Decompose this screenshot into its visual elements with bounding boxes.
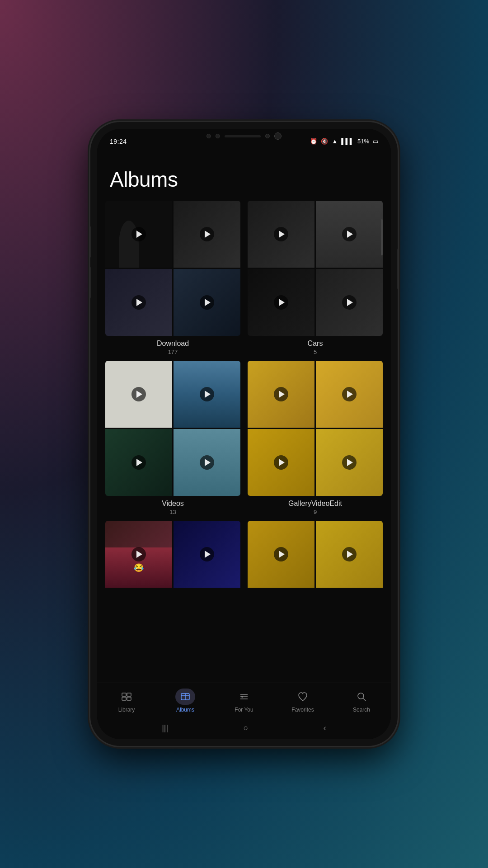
play-btn[interactable] [200,227,214,241]
play-btn[interactable] [131,295,146,310]
vol-down-button[interactable] [90,267,91,298]
album-count-videos: 13 [107,509,239,515]
play-icon [205,231,211,238]
play-btn[interactable] [274,547,288,561]
album-row-2: Videos 13 [105,361,383,517]
time-display: 19:24 [110,138,127,145]
play-btn[interactable] [131,547,146,561]
wifi-icon: ▲ [332,138,338,145]
page-title: Albums [97,154,391,201]
thumb-pl-1: 😂 [105,521,172,588]
play-icon [136,551,142,558]
nav-library[interactable]: Library [97,689,156,713]
play-btn[interactable] [274,227,288,241]
albums-grid[interactable]: Download 177 [97,201,391,683]
alarm-icon: ⏰ [310,138,317,145]
play-btn[interactable] [200,295,214,310]
play-btn[interactable] [200,455,214,470]
status-icons: ⏰ 🔇 ▲ ▌▌▌ 51% ▭ [310,138,378,145]
play-btn[interactable] [342,295,357,310]
battery-icon: ▭ [373,138,378,145]
play-icon [205,459,211,466]
album-count-cars: 5 [249,349,381,355]
screen: 19:24 ⏰ 🔇 ▲ ▌▌▌ 51% ▭ Albums [97,129,391,739]
thumb-videos-2 [174,361,240,428]
power-button[interactable] [397,249,398,289]
play-btn[interactable] [342,455,357,470]
play-btn[interactable] [342,547,357,561]
thumb-cars-3 [248,269,314,336]
nav-albums[interactable]: Albums [156,689,215,713]
thumb-ge-1 [248,361,314,428]
nav-search[interactable]: Search [332,689,391,713]
play-btn[interactable] [200,547,214,561]
thumb-ge-3 [248,429,314,496]
thumb-cars-4 [316,269,383,336]
gesture-bar: ||| ○ ‹ [97,717,391,739]
play-icon [279,391,285,398]
signal-icon: ▌▌▌ [341,138,354,145]
vol-up-button[interactable] [90,226,91,258]
play-icon [279,231,285,238]
play-icon [347,391,353,398]
app-content: Albums [97,154,391,739]
nav-library-label: Library [118,707,135,713]
play-btn[interactable] [274,295,288,310]
nav-favorites[interactable]: Favorites [273,689,332,713]
play-icon [279,299,285,306]
favorites-icon [297,691,308,702]
play-btn[interactable] [274,387,288,401]
albums-icon [180,691,191,702]
play-icon [205,551,211,558]
nav-albums-icon-wrap [175,689,195,705]
nav-foryou[interactable]: For You [215,689,273,713]
album-row-3: 😂 [105,521,383,656]
album-partial-left[interactable]: 😂 [105,521,240,656]
play-btn[interactable] [131,227,146,241]
svg-rect-3 [127,697,131,700]
recent-apps-button[interactable]: ||| [162,723,168,733]
album-cars[interactable]: Cars 5 [248,201,383,357]
play-btn[interactable] [131,387,146,401]
play-btn[interactable] [200,387,214,401]
phone-shell: 19:24 ⏰ 🔇 ▲ ▌▌▌ 51% ▭ Albums [90,122,398,746]
play-btn[interactable] [342,227,357,241]
play-icon [279,459,285,466]
album-videos[interactable]: Videos 13 [105,361,240,517]
album-download[interactable]: Download 177 [105,201,240,357]
play-icon [205,391,211,398]
nav-albums-label: Albums [176,707,194,713]
thumb-download-2 [174,201,240,268]
album-name-gallery-edit: GalleryVideoEdit [249,500,381,508]
album-thumbs-gallery-edit [248,361,383,496]
album-count-download: 177 [107,349,239,355]
nav-foryou-label: For You [235,707,253,713]
nav-library-icon-wrap [117,689,136,705]
album-thumbs-videos [105,361,240,496]
play-icon [347,459,353,466]
thumb-cars-1 [248,201,314,268]
thumb-cars-2 [316,201,383,268]
back-button[interactable]: ‹ [324,723,326,733]
scroll-indicator [381,219,383,255]
play-btn[interactable] [342,387,357,401]
play-icon [279,551,285,558]
nav-search-icon-wrap [352,689,371,705]
play-icon [347,231,353,238]
search-icon [356,691,367,702]
album-row-1: Download 177 [105,201,383,357]
svg-rect-2 [122,697,126,700]
home-button[interactable]: ○ [244,723,249,733]
thumb-ge-4 [316,429,383,496]
front-camera [206,134,211,138]
album-info-cars: Cars 5 [248,336,383,357]
album-gallery-edit[interactable]: GalleryVideoEdit 9 [248,361,383,517]
sensor [216,134,220,138]
library-icon [121,691,132,702]
album-name-videos: Videos [107,500,239,508]
album-partial-right[interactable] [248,521,383,656]
play-btn[interactable] [274,455,288,470]
play-btn[interactable] [131,455,146,470]
nav-favorites-label: Favorites [291,707,314,713]
album-info-download: Download 177 [105,336,240,357]
